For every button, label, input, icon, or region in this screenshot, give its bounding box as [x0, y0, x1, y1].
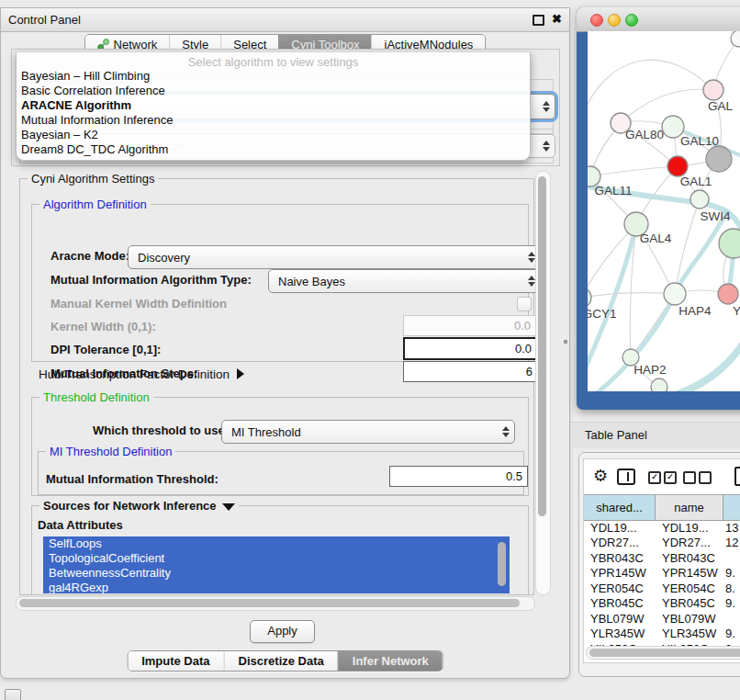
table-row[interactable]: YER054CYER054C8.: [584, 581, 740, 596]
table-cell[interactable]: YPR145W: [656, 566, 723, 580]
mi-threshold-field[interactable]: 0.5: [389, 466, 528, 487]
zoom-traffic-light-icon[interactable]: [625, 14, 638, 27]
table-row[interactable]: YDR27...YDR27...12: [584, 536, 740, 551]
network-node-hap4[interactable]: [664, 283, 686, 305]
table-cell[interactable]: YBR043C: [656, 551, 723, 565]
network-canvas[interactable]: GALGAL80GAL10GAL1GAL11SWI4GAL4GCY1HAP4YH…: [588, 31, 740, 391]
select-all-checks-icon[interactable]: ✓✓: [648, 471, 677, 484]
bottom-tab-impute-data[interactable]: Impute Data: [128, 651, 223, 671]
aracne-mode-label: Aracne Mode:: [50, 249, 129, 263]
network-node[interactable]: [706, 146, 732, 172]
column-header-partial[interactable]: [723, 495, 740, 520]
table-cell[interactable]: YDR27...: [584, 536, 656, 549]
network-node[interactable]: [731, 31, 740, 47]
table-cell[interactable]: 9.: [723, 627, 740, 640]
minimized-panel-icon[interactable]: [5, 689, 21, 700]
table-cell[interactable]: YDL19...: [584, 521, 656, 535]
dpi-tolerance-value: 0.0: [515, 342, 532, 356]
algorithm-option[interactable]: Mutual Information Inference: [17, 113, 530, 128]
document-icon[interactable]: [734, 467, 740, 486]
network-node-gal1[interactable]: [667, 156, 688, 176]
hub-definition-toggle[interactable]: Hub/Transcription Factor Definition: [39, 367, 244, 381]
cyni-settings-title: Cyni Algorithm Settings: [28, 172, 158, 186]
close-icon[interactable]: ✖: [552, 12, 562, 26]
split-columns-icon[interactable]: [617, 469, 635, 485]
table-row[interactable]: YBR043CYBR043C: [584, 550, 740, 566]
dpi-tolerance-label: DPI Tolerance [0,1]:: [50, 343, 161, 356]
table-cell[interactable]: YBL079W: [656, 612, 723, 626]
manual-kernel-checkbox[interactable]: [517, 297, 532, 311]
bottom-tab-infer-network[interactable]: Infer Network: [338, 651, 443, 671]
table-cell[interactable]: YDR27...: [656, 536, 723, 549]
settings-horizontal-scrollbar[interactable]: [16, 596, 535, 611]
table-cell[interactable]: 9.: [723, 596, 740, 610]
close-traffic-light-icon[interactable]: [590, 14, 603, 27]
algorithm-option[interactable]: Bayesian – Hill Climbing: [17, 69, 530, 84]
network-node-gal[interactable]: [703, 80, 723, 100]
control-panel-title: Control Panel: [8, 13, 81, 27]
column-header-name[interactable]: name: [656, 495, 723, 520]
deselect-checks-icon[interactable]: [683, 471, 712, 484]
table-row[interactable]: YBL079WYBL079W: [584, 611, 740, 627]
algorithm-option[interactable]: ARACNE Algorithm: [17, 98, 530, 113]
which-threshold-combo[interactable]: MI Threshold: [221, 420, 515, 444]
node-label: GAL1: [680, 175, 712, 188]
network-node[interactable]: [651, 378, 667, 391]
bottom-tab-discretize-data[interactable]: Discretize Data: [224, 651, 338, 671]
dpi-tolerance-field[interactable]: 0.0: [403, 337, 538, 360]
algorithm-option[interactable]: Dream8 DC_TDC Algorithm: [17, 142, 530, 157]
network-node[interactable]: [719, 229, 740, 258]
splitter-handle[interactable]: [564, 340, 567, 344]
minimize-traffic-light-icon[interactable]: [608, 14, 621, 27]
table-cell[interactable]: 12: [723, 536, 740, 549]
table-cell[interactable]: YBR045C: [656, 596, 723, 610]
table-cell[interactable]: YBR045C: [584, 596, 656, 610]
network-edge-thick: [679, 331, 740, 391]
table-cell[interactable]: YBR043C: [584, 551, 656, 565]
algorithm-option[interactable]: Basic Correlation Inference: [17, 84, 530, 98]
table-body: YDL19...YDL19...13YDR27...YDR27...12YBR0…: [584, 520, 740, 648]
table-horizontal-scrollbar[interactable]: [586, 646, 740, 660]
table-cell[interactable]: YER054C: [656, 581, 723, 595]
table-row[interactable]: YPR145WYPR145W9.: [584, 566, 740, 581]
mi-threshold-group: MI Threshold Definition Mutual Informati…: [38, 451, 524, 495]
table-row[interactable]: YDL19...YDL19...13: [584, 520, 740, 536]
sources-toggle[interactable]: Sources for Network Inference: [39, 499, 239, 513]
attribute-item[interactable]: gal4RGexp: [43, 581, 510, 593]
apply-button[interactable]: Apply: [250, 620, 315, 643]
data-attributes-label: Data Attributes: [38, 518, 123, 532]
float-window-icon[interactable]: [533, 15, 544, 26]
table-cell[interactable]: 8.: [723, 581, 740, 595]
table-row[interactable]: YBR045CYBR045C9.: [584, 596, 740, 612]
mi-type-combo[interactable]: Naive Bayes: [268, 269, 541, 293]
kernel-width-field[interactable]: 0.0: [403, 315, 536, 336]
table-cell[interactable]: YDL19...: [656, 521, 723, 535]
aracne-mode-combo[interactable]: Discovery: [128, 245, 541, 269]
table-cell[interactable]: 9.: [723, 566, 740, 580]
settings-gear-icon[interactable]: ⚙: [593, 468, 608, 484]
scrollbar-thumb[interactable]: [538, 176, 546, 516]
scrollbar-thumb[interactable]: [19, 599, 520, 607]
mi-steps-field[interactable]: 6: [403, 361, 538, 382]
table-cell[interactable]: YLR345W: [656, 627, 723, 640]
column-header-shared-name[interactable]: shared...: [584, 495, 656, 520]
table-cell[interactable]: YBL079W: [584, 612, 656, 626]
scrollbar-thumb[interactable]: [589, 649, 740, 657]
attribute-item[interactable]: BetweennessCentrality: [43, 566, 510, 581]
attribute-item[interactable]: TopologicalCoefficient: [43, 551, 510, 566]
table-cell[interactable]: 13: [723, 521, 740, 535]
data-attributes-list[interactable]: SelfLoopsTopologicalCoefficientBetweenne…: [43, 536, 510, 593]
algorithm-definition-title: Algorithm Definition: [39, 198, 151, 211]
network-node-y[interactable]: [718, 284, 738, 304]
node-label: HAP4: [678, 304, 712, 318]
list-scrollbar-thumb[interactable]: [498, 542, 506, 586]
network-node-swi4[interactable]: [690, 190, 709, 209]
table-cell[interactable]: YLR345W: [584, 627, 656, 640]
settings-vertical-scrollbar[interactable]: [535, 171, 551, 595]
table-cell[interactable]: YPR145W: [584, 566, 656, 580]
attribute-item[interactable]: SelfLoops: [43, 536, 510, 551]
algorithm-option[interactable]: Bayesian – K2: [17, 128, 530, 142]
network-node-gcy1[interactable]: [588, 288, 591, 308]
table-row[interactable]: YLR345WYLR345W9.: [584, 627, 740, 642]
table-cell[interactable]: YER054C: [584, 581, 656, 595]
